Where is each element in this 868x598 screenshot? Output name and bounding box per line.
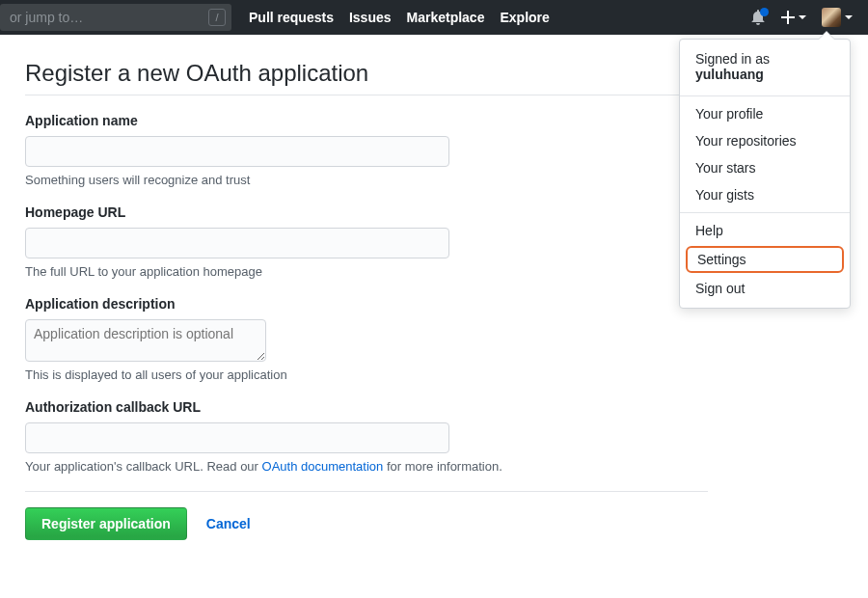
nav-pull-requests[interactable]: Pull requests — [249, 10, 334, 25]
hint-callback-url: Your application's callback URL. Read ou… — [25, 459, 708, 474]
main-content: Register a new OAuth application Applica… — [0, 35, 733, 540]
signed-in-header: Signed in as yuluhuang — [680, 45, 850, 92]
user-dropdown: Signed in as yuluhuang Your profile Your… — [679, 39, 851, 309]
hint-callback-pre: Your application's callback URL. Read ou… — [25, 459, 262, 474]
label-callback-url: Authorization callback URL — [25, 399, 708, 415]
topbar-right — [750, 8, 853, 27]
input-callback-url[interactable] — [25, 422, 449, 453]
search-input[interactable] — [6, 10, 208, 25]
primary-nav: Pull requests Issues Marketplace Explore — [249, 10, 550, 25]
page-title: Register a new OAuth application — [25, 60, 708, 95]
hint-homepage-url: The full URL to your application homepag… — [25, 264, 708, 279]
user-menu-button[interactable] — [822, 8, 853, 27]
field-description: Application description This is displaye… — [25, 296, 708, 382]
form-actions: Register application Cancel — [25, 491, 708, 540]
caret-down-icon — [845, 15, 853, 19]
input-app-name[interactable] — [25, 136, 449, 167]
menu-your-repositories[interactable]: Your repositories — [680, 127, 850, 154]
hint-callback-post: for more information. — [383, 459, 502, 474]
nav-issues[interactable]: Issues — [349, 10, 392, 25]
avatar — [822, 8, 841, 27]
divider — [680, 212, 850, 213]
field-homepage-url: Homepage URL The full URL to your applic… — [25, 204, 708, 279]
nav-marketplace[interactable]: Marketplace — [407, 10, 485, 25]
notification-dot — [760, 8, 769, 16]
menu-your-profile[interactable]: Your profile — [680, 100, 850, 127]
signed-in-username: yuluhuang — [695, 67, 764, 82]
plus-icon — [781, 11, 795, 24]
caret-down-icon — [799, 15, 806, 19]
menu-settings[interactable]: Settings — [686, 246, 844, 273]
menu-your-stars[interactable]: Your stars — [680, 154, 850, 181]
top-nav: / Pull requests Issues Marketplace Explo… — [0, 0, 868, 35]
notifications-button[interactable] — [750, 10, 766, 25]
nav-explore[interactable]: Explore — [500, 10, 549, 25]
divider — [680, 95, 850, 96]
oauth-docs-link[interactable]: OAuth documentation — [262, 459, 384, 474]
create-new-button[interactable] — [781, 11, 806, 24]
input-homepage-url[interactable] — [25, 228, 449, 258]
search-wrap[interactable]: / — [0, 4, 231, 31]
menu-help[interactable]: Help — [680, 217, 850, 244]
slash-hotkey-badge: / — [208, 9, 226, 26]
label-description: Application description — [25, 296, 708, 312]
menu-your-gists[interactable]: Your gists — [680, 181, 850, 208]
field-app-name: Application name Something users will re… — [25, 113, 708, 187]
label-app-name: Application name — [25, 113, 708, 128]
field-callback-url: Authorization callback URL Your applicat… — [25, 399, 708, 474]
hint-description: This is displayed to all users of your a… — [25, 367, 708, 382]
label-homepage-url: Homepage URL — [25, 204, 708, 220]
menu-sign-out[interactable]: Sign out — [680, 275, 850, 302]
cancel-button[interactable]: Cancel — [206, 516, 251, 531]
signed-in-label: Signed in as — [695, 51, 770, 67]
hint-app-name: Something users will recognize and trust — [25, 173, 708, 187]
input-description[interactable] — [25, 319, 266, 362]
register-application-button[interactable]: Register application — [25, 507, 187, 540]
